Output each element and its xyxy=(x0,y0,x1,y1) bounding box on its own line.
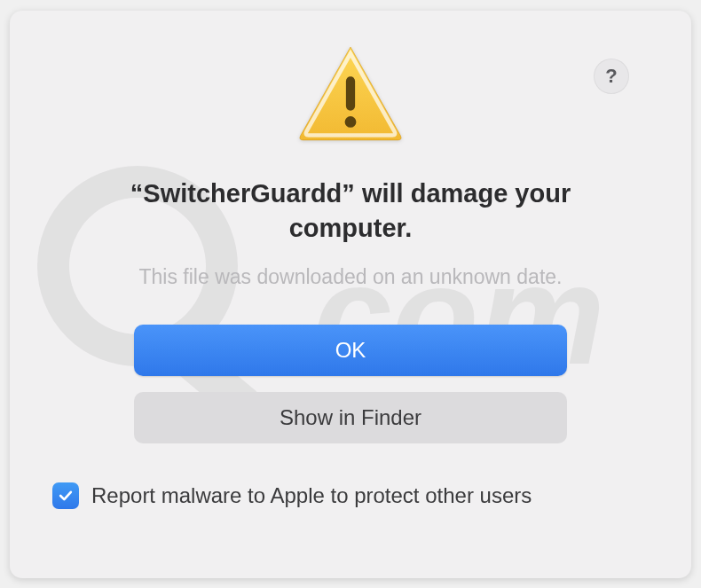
show-in-finder-button[interactable]: Show in Finder xyxy=(134,392,567,443)
help-button[interactable]: ? xyxy=(594,59,629,94)
dialog-subtitle: This file was downloaded on an unknown d… xyxy=(45,265,656,289)
title-prefix: “ xyxy=(130,179,144,208)
button-group: OK Show in Finder xyxy=(45,325,656,443)
warning-icon xyxy=(293,43,408,148)
help-icon: ? xyxy=(605,65,617,88)
report-malware-checkbox[interactable] xyxy=(52,482,79,509)
title-app-name: SwitcherGuardd xyxy=(143,179,342,208)
ok-button[interactable]: OK xyxy=(134,325,567,376)
dialog-content: ? “Switche xyxy=(45,35,656,553)
svg-rect-3 xyxy=(346,76,355,110)
dialog-title: “SwitcherGuardd” will damage your comput… xyxy=(45,176,656,246)
checkbox-row: Report malware to Apple to protect other… xyxy=(45,482,656,509)
svg-point-4 xyxy=(345,116,357,128)
icon-container xyxy=(45,43,656,148)
checkbox-label: Report malware to Apple to protect other… xyxy=(91,483,532,508)
checkmark-icon xyxy=(57,487,75,505)
warning-dialog: .com ? xyxy=(10,11,691,578)
